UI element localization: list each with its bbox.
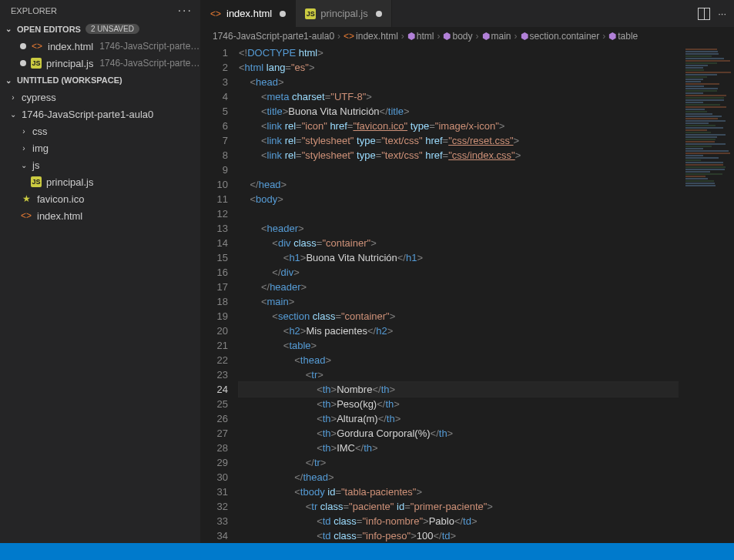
code-line[interactable]: <tbody id="tabla-pacientes">: [239, 485, 679, 499]
breadcrumb-item[interactable]: ⬢body: [443, 31, 472, 42]
unsaved-badge: 2 UNSAVED: [85, 24, 139, 34]
code-line[interactable]: </header>: [239, 280, 679, 294]
code-line[interactable]: </tr>: [239, 455, 679, 470]
breadcrumb-item[interactable]: ⬢section.container: [521, 31, 600, 42]
editor-tab[interactable]: <>index.html: [200, 0, 296, 27]
breadcrumb-item[interactable]: ⬢html: [407, 31, 434, 42]
line-number: 23: [200, 367, 228, 382]
breadcrumb-separator-icon: ›: [337, 31, 340, 42]
code-line[interactable]: <link rel="icon" href="favicon.ico" type…: [239, 119, 679, 133]
code-line[interactable]: <div class="container">: [239, 236, 679, 250]
code-line[interactable]: <td class="info-peso">100</td>: [239, 528, 679, 543]
code-line[interactable]: <tr class="paciente" id="primer-paciente…: [239, 499, 679, 514]
explorer-more-icon[interactable]: ···: [178, 4, 193, 18]
line-number: 18: [200, 294, 228, 309]
split-editor-icon[interactable]: [698, 8, 710, 20]
code-line[interactable]: <section class="container">: [239, 309, 679, 324]
workspace-tree: ›cypress⌄1746-JavaScript-parte1-aula0›cs…: [0, 87, 200, 226]
code-line[interactable]: <tr>: [239, 367, 679, 382]
line-number: 1: [200, 45, 228, 60]
code-line[interactable]: <header>: [239, 221, 679, 236]
folder-item[interactable]: ›cypress: [0, 89, 200, 106]
line-number: 11: [200, 192, 228, 206]
code-line[interactable]: [239, 206, 679, 221]
symbol-icon: ⬢: [521, 31, 528, 42]
status-bar[interactable]: [0, 543, 734, 560]
code-line[interactable]: [239, 163, 679, 177]
code-line[interactable]: <th>Altura(m)</th>: [239, 411, 679, 426]
breadcrumb-item[interactable]: ⬢table: [608, 31, 638, 42]
code-line[interactable]: <thead>: [239, 353, 679, 367]
code-line[interactable]: <html lang="es">: [239, 60, 679, 75]
breadcrumb-item[interactable]: ⬢main: [482, 31, 511, 42]
code-line[interactable]: </thead>: [239, 470, 679, 485]
line-number: 22: [200, 353, 228, 367]
line-number: 9: [200, 163, 228, 177]
html-file-icon: <>: [20, 210, 32, 222]
tab-label: principal.js: [320, 8, 367, 19]
code-line[interactable]: <td class="info-nombre">Pablo</td>: [239, 514, 679, 528]
file-item[interactable]: <>index.html: [0, 207, 200, 224]
code-line[interactable]: <th>Gordura Corporal(%)</th>: [239, 426, 679, 441]
explorer-sidebar: EXPLORER ··· ⌄ OPEN EDITORS 2 UNSAVED <>…: [0, 0, 200, 560]
code-line[interactable]: <h1>Buona Vita Nutrición</h1>: [239, 250, 679, 265]
workspace-header[interactable]: ⌄ UNTITLED (WORKSPACE): [0, 73, 200, 87]
breadcrumb-separator-icon: ›: [437, 31, 440, 42]
code-line[interactable]: <meta charset="UTF-8">: [239, 89, 679, 104]
breadcrumb[interactable]: 1746-JavaScript-parte1-aula0›<>index.htm…: [200, 27, 734, 45]
folder-item[interactable]: ⌄js: [0, 156, 200, 173]
code-line[interactable]: <th>IMC</th>: [239, 441, 679, 455]
folder-item[interactable]: ›img: [0, 139, 200, 156]
code-line[interactable]: <title>Buona Vita Nutrición</title>: [239, 104, 679, 119]
code-line[interactable]: </head>: [239, 177, 679, 192]
code-line[interactable]: <head>: [239, 75, 679, 89]
breadcrumb-item[interactable]: 1746-JavaScript-parte1-aula0: [213, 31, 334, 42]
line-number: 2: [200, 60, 228, 75]
file-item[interactable]: ★favicon.ico: [0, 190, 200, 207]
html-file-icon: <>: [31, 40, 43, 52]
line-number: 21: [200, 338, 228, 353]
chevron-down-icon: ⌄: [20, 161, 28, 169]
code-line[interactable]: <th>Nombre</th>: [239, 382, 679, 397]
code-line[interactable]: </div>: [239, 265, 679, 280]
code-line[interactable]: <th>Peso(kg)</th>: [239, 397, 679, 411]
file-item[interactable]: JSprincipal.js: [0, 173, 200, 190]
code-line[interactable]: <link rel="stylesheet" type="text/css" h…: [239, 148, 679, 163]
breadcrumb-item[interactable]: <>index.html: [344, 31, 398, 42]
breadcrumb-separator-icon: ›: [514, 31, 518, 42]
open-editors-header[interactable]: ⌄ OPEN EDITORS 2 UNSAVED: [0, 22, 200, 36]
code-line[interactable]: <body>: [239, 192, 679, 206]
item-label: index.html: [37, 210, 82, 222]
item-label: img: [32, 143, 49, 154]
line-number: 34: [200, 528, 228, 543]
file-name: principal.js: [46, 58, 93, 69]
line-number: 32: [200, 499, 228, 514]
symbol-icon: ⬢: [443, 31, 451, 42]
chevron-right-icon: ›: [20, 144, 28, 153]
symbol-icon: ⬢: [608, 31, 616, 42]
code-line[interactable]: <link rel="stylesheet" type="text/css" h…: [239, 133, 679, 148]
file-path: 1746-JavaScript-parte1-a...: [99, 58, 200, 69]
js-file-icon: JS: [31, 176, 42, 187]
folder-item[interactable]: ›css: [0, 122, 200, 139]
line-number: 33: [200, 514, 228, 528]
code-content[interactable]: <!DOCTYPE html><html lang="es"> <head> <…: [239, 45, 679, 560]
minimap[interactable]: [679, 45, 734, 560]
modified-dot-icon: [20, 43, 26, 49]
code-editor[interactable]: 1234567891011121314151617181920212223242…: [200, 45, 734, 560]
code-line[interactable]: <h2>Mis pacientes</h2>: [239, 324, 679, 338]
chevron-down-icon: ⌄: [5, 76, 12, 85]
editor-tab[interactable]: JSprincipal.js: [296, 0, 391, 27]
open-editor-item[interactable]: <>index.html1746-JavaScript-parte1-a...: [0, 38, 200, 55]
line-number: 7: [200, 133, 228, 148]
code-line[interactable]: <table>: [239, 338, 679, 353]
item-label: css: [32, 126, 48, 137]
folder-item[interactable]: ⌄1746-JavaScript-parte1-aula0: [0, 106, 200, 122]
line-number: 12: [200, 206, 228, 221]
open-editor-item[interactable]: JSprincipal.js1746-JavaScript-parte1-a..…: [0, 55, 200, 72]
code-line[interactable]: <main>: [239, 294, 679, 309]
more-actions-icon[interactable]: ···: [718, 8, 726, 19]
chevron-right-icon: ›: [20, 127, 28, 136]
item-label: 1746-JavaScript-parte1-aula0: [22, 109, 153, 120]
code-line[interactable]: <!DOCTYPE html>: [239, 45, 679, 60]
